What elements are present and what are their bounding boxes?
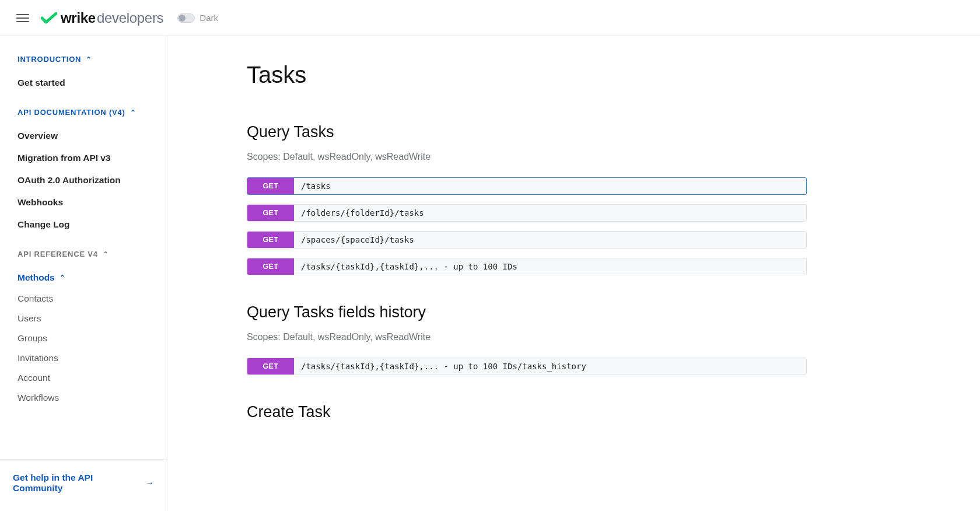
sidebar-item-label: Webhooks xyxy=(18,197,63,207)
doc-section: Query Tasks fields historyScopes: Defaul… xyxy=(247,303,807,375)
logo-checkmark-icon xyxy=(41,12,57,24)
sidebar-scroll[interactable]: INTRODUCTION⌃Get startedAPI DOCUMENTATIO… xyxy=(0,36,167,459)
toggle-knob xyxy=(178,15,186,22)
endpoint-path: /folders/{folderId}/tasks xyxy=(294,205,806,221)
sidebar-section: API DOCUMENTATION (V4)⌃OverviewMigration… xyxy=(0,104,167,246)
section-heading: Query Tasks fields history xyxy=(247,303,807,321)
doc-section: Create Task xyxy=(247,403,807,421)
http-method-badge: GET xyxy=(247,178,294,194)
http-method-badge: GET xyxy=(247,232,294,248)
endpoint-row[interactable]: GET/spaces/{spaceId}/tasks xyxy=(247,231,807,249)
top-header: wrikedevelopers Dark xyxy=(0,0,980,36)
sections-root: Query TasksScopes: Default, wsReadOnly, … xyxy=(247,123,807,421)
sidebar-item[interactable]: Contacts xyxy=(18,289,149,309)
brand-text: wrikedevelopers xyxy=(61,10,163,26)
brand-main: wrike xyxy=(61,10,96,26)
sidebar-item-label: Change Log xyxy=(18,219,70,229)
http-method-badge: GET xyxy=(247,358,294,374)
sidebar-section-header[interactable]: API REFERENCE V4⌃ xyxy=(18,250,149,258)
sidebar-item-label: Groups xyxy=(18,333,47,343)
menu-icon[interactable] xyxy=(16,12,29,24)
sidebar-item-label: Contacts xyxy=(18,293,53,303)
api-community-link[interactable]: Get help in the API Community → xyxy=(13,473,154,494)
sidebar-item[interactable]: Invitations xyxy=(18,348,149,368)
sidebar-item[interactable]: Migration from API v3 xyxy=(18,147,149,169)
section-scopes: Scopes: Default, wsReadOnly, wsReadWrite xyxy=(247,332,807,342)
sidebar-item[interactable]: OAuth 2.0 Authorization xyxy=(18,169,149,191)
sidebar-section-title: API REFERENCE V4 xyxy=(18,250,98,258)
sidebar: INTRODUCTION⌃Get startedAPI DOCUMENTATIO… xyxy=(0,36,167,511)
sidebar-item[interactable]: Account xyxy=(18,368,149,388)
section-heading: Query Tasks xyxy=(247,123,807,141)
sidebar-item-label: Methods xyxy=(18,272,55,283)
content-column: Tasks Query TasksScopes: Default, wsRead… xyxy=(247,62,807,421)
chevron-up-icon: ⌃ xyxy=(130,109,136,116)
toggle-track xyxy=(177,13,195,23)
sidebar-section-title: API DOCUMENTATION (V4) xyxy=(18,108,125,117)
chevron-up-icon: ⌃ xyxy=(60,274,65,281)
sidebar-item[interactable]: Webhooks xyxy=(18,191,149,214)
sidebar-section: API REFERENCE V4⌃Methods⌃ContactsUsersGr… xyxy=(0,246,167,418)
brand-sub: developers xyxy=(97,10,163,26)
sidebar-item[interactable]: Get started xyxy=(18,72,149,94)
endpoint-row[interactable]: GET/tasks/{taskId},{taskId},... - up to … xyxy=(247,358,807,375)
arrow-right-icon: → xyxy=(145,478,155,488)
doc-section: Query TasksScopes: Default, wsReadOnly, … xyxy=(247,123,807,275)
sidebar-item-label: Account xyxy=(18,373,50,383)
sidebar-item[interactable]: Workflows xyxy=(18,388,149,408)
chevron-up-icon: ⌃ xyxy=(103,251,109,258)
sidebar-item[interactable]: Change Log xyxy=(18,214,149,236)
dark-mode-label: Dark xyxy=(200,13,218,23)
brand-logo[interactable]: wrikedevelopers xyxy=(41,10,163,26)
http-method-badge: GET xyxy=(247,205,294,221)
endpoint-row[interactable]: GET/tasks xyxy=(247,177,807,195)
endpoint-row[interactable]: GET/folders/{folderId}/tasks xyxy=(247,204,807,222)
sidebar-footer: Get help in the API Community → xyxy=(0,459,167,511)
sidebar-item-label: Workflows xyxy=(18,393,59,402)
page-title: Tasks xyxy=(247,62,807,88)
sidebar-section-header[interactable]: API DOCUMENTATION (V4)⌃ xyxy=(18,108,149,117)
endpoint-path: /tasks/{taskId},{taskId},... - up to 100… xyxy=(294,358,806,374)
api-community-label: Get help in the API Community xyxy=(13,473,139,494)
chevron-up-icon: ⌃ xyxy=(86,56,92,63)
sidebar-section: INTRODUCTION⌃Get started xyxy=(0,51,167,104)
sidebar-item-label: Overview xyxy=(18,131,58,141)
sidebar-section-title: INTRODUCTION xyxy=(18,55,81,64)
endpoint-path: /tasks/{taskId},{taskId},... - up to 100… xyxy=(294,258,806,275)
endpoint-path: /spaces/{spaceId}/tasks xyxy=(294,232,806,248)
sidebar-item-label: Migration from API v3 xyxy=(18,153,111,163)
section-heading: Create Task xyxy=(247,403,807,421)
http-method-badge: GET xyxy=(247,258,294,275)
sidebar-item[interactable]: Methods⌃ xyxy=(18,267,149,289)
endpoint-path: /tasks xyxy=(294,178,806,194)
endpoint-row[interactable]: GET/tasks/{taskId},{taskId},... - up to … xyxy=(247,258,807,275)
sidebar-item[interactable]: Users xyxy=(18,309,149,328)
sidebar-item[interactable]: Groups xyxy=(18,328,149,348)
sidebar-item-label: Get started xyxy=(18,78,65,88)
dark-mode-toggle[interactable]: Dark xyxy=(177,13,218,23)
main-content[interactable]: Tasks Query TasksScopes: Default, wsRead… xyxy=(167,36,980,511)
sidebar-section-header[interactable]: INTRODUCTION⌃ xyxy=(18,55,149,64)
sidebar-item-label: Users xyxy=(18,313,41,323)
sidebar-item-label: Invitations xyxy=(18,353,58,363)
section-scopes: Scopes: Default, wsReadOnly, wsReadWrite xyxy=(247,152,807,162)
sidebar-item[interactable]: Overview xyxy=(18,125,149,147)
sidebar-item-label: OAuth 2.0 Authorization xyxy=(18,175,121,185)
